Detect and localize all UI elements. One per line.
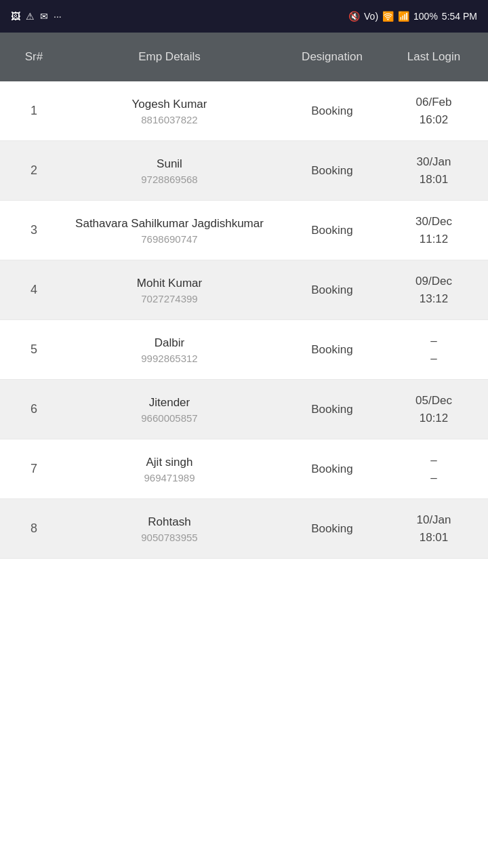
row-last-login: 05/Dec10:12 <box>386 392 481 427</box>
row-designation: Booking <box>278 343 386 357</box>
status-bar-left: 🖼 ⚠ ✉ ··· <box>11 11 62 22</box>
row-designation: Booking <box>278 522 386 536</box>
row-emp: Sathavara Sahilkumar Jagdishkumar7698690… <box>61 216 278 245</box>
emp-phone: 9660005857 <box>61 412 278 424</box>
battery-text: 100% <box>413 11 438 22</box>
col-header-sr: Sr# <box>7 50 61 64</box>
emp-phone: 969471989 <box>61 472 278 484</box>
mute-icon: 🔇 <box>348 11 360 22</box>
row-sr: 6 <box>7 402 61 416</box>
status-bar: 🖼 ⚠ ✉ ··· 🔇 Vo) 🛜 📶 100% 5:54 PM <box>0 0 488 33</box>
row-designation: Booking <box>278 403 386 416</box>
row-sr: 1 <box>7 104 61 118</box>
table-row[interactable]: 5Dalbir9992865312Booking–– <box>0 320 488 380</box>
row-last-login: –– <box>386 452 481 486</box>
row-sr: 8 <box>7 521 61 536</box>
table-row[interactable]: 7Ajit singh969471989Booking–– <box>0 439 488 499</box>
row-designation: Booking <box>278 462 386 476</box>
emp-phone: 9728869568 <box>61 174 278 185</box>
emp-name: Jitender <box>61 395 278 411</box>
row-emp: Rohtash9050783955 <box>61 514 278 543</box>
status-bar-right: 🔇 Vo) 🛜 📶 100% 5:54 PM <box>348 11 477 22</box>
emp-name: Dalbir <box>61 335 278 351</box>
table-row[interactable]: 3Sathavara Sahilkumar Jagdishkumar769869… <box>0 201 488 260</box>
row-last-login: 10/Jan18:01 <box>386 511 481 546</box>
row-last-login: 30/Jan18:01 <box>386 153 481 188</box>
col-header-designation: Designation <box>278 50 386 64</box>
row-emp: Jitender9660005857 <box>61 395 278 424</box>
image-icon: 🖼 <box>11 11 20 22</box>
row-emp: Sunil9728869568 <box>61 156 278 185</box>
emp-phone: 8816037822 <box>61 114 278 125</box>
emp-phone: 7027274399 <box>61 293 278 304</box>
emp-phone: 7698690747 <box>61 233 278 245</box>
row-sr: 5 <box>7 342 61 357</box>
row-designation: Booking <box>278 224 386 237</box>
row-last-login: 09/Dec13:12 <box>386 273 481 307</box>
table-header: Sr# Emp Details Designation Last Login <box>0 33 488 81</box>
col-header-login: Last Login <box>386 50 481 64</box>
emp-name: Sunil <box>61 156 278 172</box>
mail-icon: ✉ <box>40 11 48 22</box>
signal-text: Vo) <box>364 11 378 22</box>
table-row[interactable]: 6Jitender9660005857Booking05/Dec10:12 <box>0 380 488 439</box>
emp-name: Yogesh Kumar <box>61 96 278 113</box>
row-last-login: 06/Feb16:02 <box>386 94 481 128</box>
row-sr: 4 <box>7 283 61 297</box>
row-emp: Yogesh Kumar8816037822 <box>61 96 278 125</box>
row-sr: 7 <box>7 462 61 476</box>
emp-name: Sathavara Sahilkumar Jagdishkumar <box>61 216 278 232</box>
clock: 5:54 PM <box>442 11 477 22</box>
emp-phone: 9050783955 <box>61 532 278 543</box>
row-emp: Dalbir9992865312 <box>61 335 278 364</box>
emp-name: Rohtash <box>61 514 278 530</box>
mobile-signal-icon: 📶 <box>398 11 409 22</box>
row-designation: Booking <box>278 283 386 297</box>
row-sr: 2 <box>7 163 61 178</box>
table-row[interactable]: 8Rohtash9050783955Booking10/Jan18:01 <box>0 499 488 559</box>
row-last-login: –– <box>386 332 481 367</box>
row-designation: Booking <box>278 104 386 118</box>
emp-name: Ajit singh <box>61 454 278 471</box>
wifi-icon: 🛜 <box>382 11 394 22</box>
row-emp: Mohit Kumar7027274399 <box>61 275 278 304</box>
row-designation: Booking <box>278 164 386 178</box>
row-last-login: 30/Dec11:12 <box>386 213 481 248</box>
row-emp: Ajit singh969471989 <box>61 454 278 484</box>
table-row[interactable]: 1Yogesh Kumar8816037822Booking06/Feb16:0… <box>0 81 488 141</box>
more-icon: ··· <box>54 11 62 22</box>
emp-phone: 9992865312 <box>61 353 278 364</box>
alert-icon: ⚠ <box>26 11 35 22</box>
row-sr: 3 <box>7 223 61 237</box>
col-header-emp: Emp Details <box>61 50 278 64</box>
table-row[interactable]: 4Mohit Kumar7027274399Booking09/Dec13:12 <box>0 260 488 320</box>
table-row[interactable]: 2Sunil9728869568Booking30/Jan18:01 <box>0 141 488 201</box>
table-body: 1Yogesh Kumar8816037822Booking06/Feb16:0… <box>0 81 488 559</box>
emp-name: Mohit Kumar <box>61 275 278 292</box>
